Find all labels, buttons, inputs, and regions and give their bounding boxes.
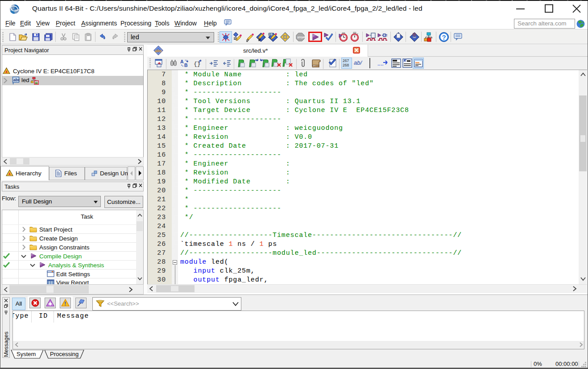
svg-text:abc: abc: [155, 49, 162, 53]
svg-text:B: B: [184, 62, 188, 68]
svg-text:ID: ID: [269, 33, 271, 36]
svg-text:STOP: STOP: [297, 36, 305, 39]
svg-text:abc: abc: [13, 78, 20, 82]
svg-text:?: ?: [442, 33, 446, 41]
svg-text:A: A: [180, 59, 184, 64]
